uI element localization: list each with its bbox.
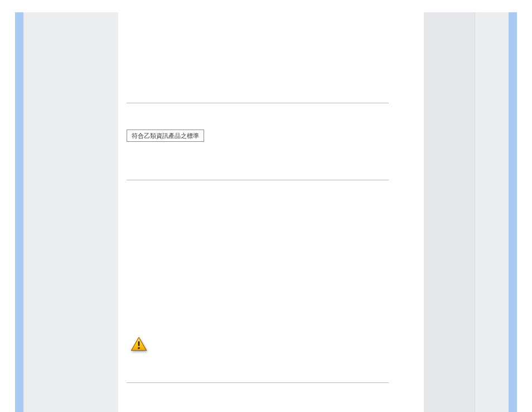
- section-divider: [127, 103, 389, 103]
- section-divider: [127, 180, 389, 180]
- document-page: 符合乙類資訊產品之標準: [0, 0, 532, 412]
- svg-rect-0: [138, 341, 140, 346]
- margin-band-blue-right: [509, 12, 517, 412]
- compliance-notice-box: 符合乙類資訊產品之標準: [127, 130, 204, 142]
- compliance-notice-text: 符合乙類資訊產品之標準: [132, 132, 199, 139]
- margin-band-blue-left: [15, 12, 23, 412]
- warning-icon: [130, 336, 147, 352]
- margin-band-grey-left: [23, 12, 118, 412]
- margin-band-grey-right-inner: [424, 12, 475, 412]
- margin-band-grey-right-outer: [475, 12, 509, 412]
- section-divider: [127, 382, 389, 383]
- page-content: 符合乙類資訊產品之標準: [118, 0, 424, 412]
- svg-point-1: [138, 347, 139, 349]
